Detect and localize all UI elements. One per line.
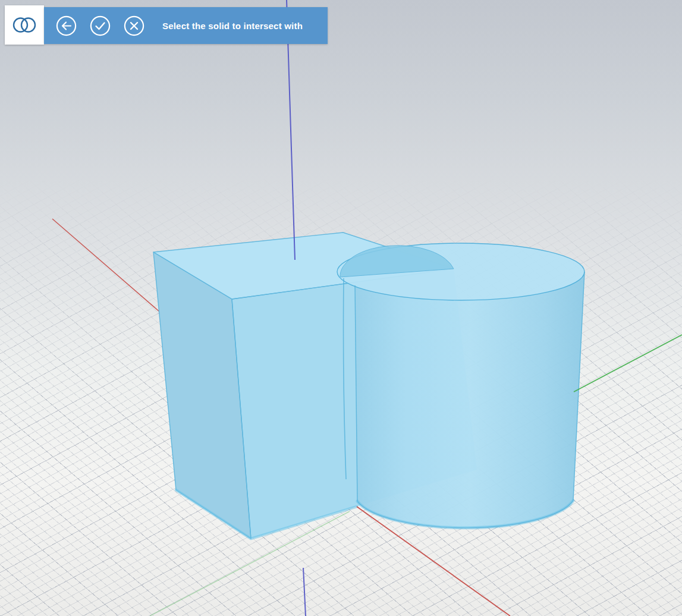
check-icon [96, 23, 105, 29]
intersect-icon [11, 16, 37, 34]
confirm-button[interactable] [90, 15, 111, 36]
tool-prompt-bar: Select the solid to intersect with [44, 7, 328, 44]
close-icon [131, 23, 137, 29]
intersect-tool-button[interactable] [5, 5, 44, 45]
scene-canvas [0, 0, 682, 616]
tool-prompt-label: Select the solid to intersect with [162, 21, 303, 31]
y-axis-line-right [574, 335, 682, 392]
z-axis-line-bottom [303, 568, 306, 616]
arrow-left-icon [62, 22, 71, 29]
cad-viewport[interactable]: Select the solid to intersect with [0, 0, 682, 616]
x-axis-line-back [52, 219, 159, 312]
cylinder-body[interactable] [355, 272, 584, 528]
cancel-button[interactable] [124, 15, 144, 36]
back-button[interactable] [56, 15, 77, 36]
cylinder-solid[interactable] [337, 243, 584, 528]
